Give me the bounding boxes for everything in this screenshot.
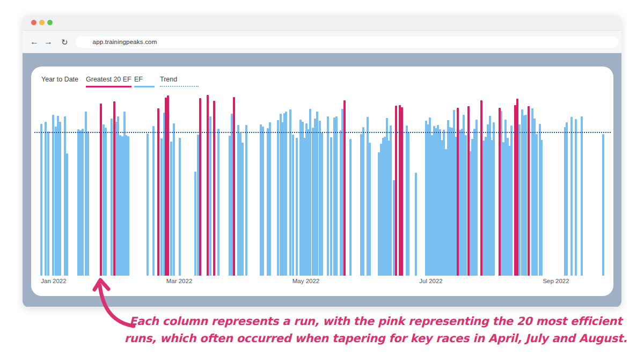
ef-run-bar[interactable] (493, 122, 495, 276)
ef-run-bar[interactable] (52, 115, 54, 276)
ef-run-bar[interactable] (575, 119, 577, 276)
ef-run-bar[interactable] (179, 138, 181, 276)
ef-run-bar[interactable] (390, 125, 392, 276)
x-axis-label: Sep 2022 (543, 278, 569, 284)
annotation-note: Each column represents a run, with the p… (99, 313, 644, 347)
ef-run-bar[interactable] (296, 138, 298, 276)
ef-run-bar[interactable] (570, 117, 573, 276)
forward-icon[interactable]: → (44, 38, 53, 46)
ef-run-bar[interactable] (292, 135, 294, 276)
ef-run-bar[interactable] (147, 134, 149, 276)
ef-run-bar[interactable] (289, 109, 291, 276)
ef-run-bar[interactable] (335, 116, 338, 276)
ef-run-bar[interactable] (369, 143, 371, 276)
ef-run-bar[interactable] (518, 124, 521, 276)
trend-line (34, 132, 611, 133)
ef-run-bar[interactable] (277, 120, 279, 276)
ef-run-bar[interactable] (327, 116, 329, 276)
greatest20-run-bar[interactable] (213, 101, 215, 276)
annotation-line-1: Each column represents a run, with the p… (99, 313, 644, 330)
greatest20-run-bar[interactable] (343, 100, 346, 276)
ef-run-bar[interactable] (525, 115, 527, 276)
ef-run-bar[interactable] (45, 122, 47, 276)
ef-run-bar[interactable] (59, 122, 61, 276)
greatest20-run-bar[interactable] (157, 108, 159, 276)
ef-run-bar[interactable] (209, 116, 211, 276)
browser-titlebar (23, 15, 621, 31)
ef-run-bar[interactable] (127, 136, 129, 276)
greatest20-run-bar[interactable] (199, 98, 201, 276)
greatest20-run-bar[interactable] (100, 104, 102, 276)
ef-run-bar[interactable] (349, 139, 352, 276)
ef-run-bar[interactable] (241, 143, 244, 276)
greatest20-run-bar[interactable] (233, 97, 235, 276)
greatest20-run-bar[interactable] (395, 106, 397, 276)
ef-run-bar[interactable] (87, 131, 89, 276)
ef-run-bar[interactable] (407, 132, 409, 276)
url-text: app.trainingpeaks.com (93, 39, 157, 45)
ef-run-bar[interactable] (321, 132, 323, 276)
ef-run-bar[interactable] (245, 125, 247, 276)
ef-run-bar[interactable] (152, 126, 155, 276)
ef-run-bar[interactable] (581, 116, 583, 276)
ef-run-bar[interactable] (465, 135, 467, 276)
greatest20-run-bar[interactable] (113, 101, 115, 276)
ef-run-bar[interactable] (536, 134, 538, 276)
reload-icon[interactable]: ↻ (61, 38, 68, 46)
ef-run-bar[interactable] (217, 129, 219, 276)
ef-run-bar[interactable] (362, 127, 364, 276)
ef-run-bar[interactable] (316, 112, 318, 276)
ef-run-bar[interactable] (66, 153, 68, 276)
ef-run-bar[interactable] (82, 129, 84, 276)
greatest20-run-bar[interactable] (480, 100, 482, 276)
address-bar[interactable]: app.trainingpeaks.com (76, 36, 619, 48)
ef-run-bar[interactable] (415, 173, 417, 276)
ef-run-bar[interactable] (330, 137, 332, 276)
window-maximize-button[interactable] (47, 20, 53, 25)
ef-run-bar[interactable] (262, 127, 264, 276)
ef-run-bar[interactable] (566, 122, 568, 276)
window-close-button[interactable] (31, 20, 36, 25)
browser-toolbar: ← → ↻ app.trainingpeaks.com (23, 31, 621, 53)
ef-run-bar[interactable] (475, 120, 478, 276)
legend-item-ef[interactable]: EF (134, 76, 155, 87)
legend-item-greatest-20-ef[interactable]: Greatest 20 EF (86, 76, 131, 87)
ef-run-bar[interactable] (602, 134, 604, 276)
x-axis-label: Mar 2022 (166, 278, 193, 284)
annotation-line-2: runs, which often occurred when tapering… (99, 330, 644, 347)
ef-run-bar[interactable] (285, 112, 287, 276)
x-axis-label: Jan 2022 (41, 278, 66, 284)
ef-run-bar[interactable] (47, 131, 49, 276)
greatest20-run-bar[interactable] (207, 95, 209, 276)
ef-run-bar[interactable] (269, 122, 271, 276)
ef-run-bar[interactable] (194, 172, 196, 276)
window-minimize-button[interactable] (39, 20, 45, 25)
greatest20-run-bar[interactable] (516, 99, 518, 276)
ef-run-bar[interactable] (105, 128, 107, 276)
back-icon[interactable]: ← (30, 38, 39, 46)
ef-run-bar[interactable] (510, 125, 513, 276)
ef-run-bar[interactable] (160, 138, 163, 276)
ef-run-bar[interactable] (309, 109, 311, 276)
ef-run-bar[interactable] (111, 119, 113, 276)
ef-run-bar[interactable] (173, 123, 175, 276)
greatest20-run-bar[interactable] (167, 95, 169, 276)
page: ← → ↻ app.trainingpeaks.com Year to Date… (0, 0, 644, 362)
x-axis-label: May 2022 (292, 278, 320, 284)
ef-run-bar[interactable] (170, 142, 172, 276)
chart-title: Year to Date (41, 76, 78, 83)
x-axis-label: Jul 2022 (419, 278, 442, 284)
ef-run-bar[interactable] (540, 140, 543, 276)
ef-run-bar[interactable] (40, 124, 42, 276)
legend-item-trend[interactable]: Trend (160, 76, 199, 87)
